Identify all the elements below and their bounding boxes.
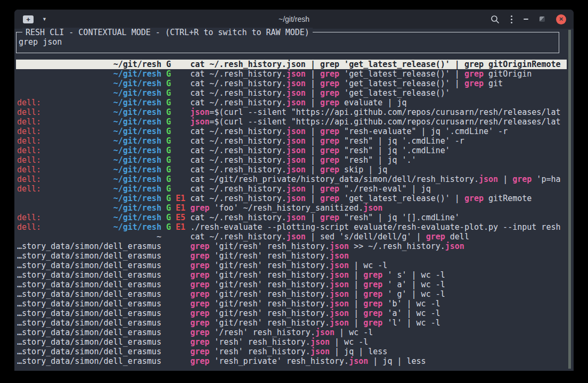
history-row[interactable]: dell: ~/git/resh G cat ~/.resh_history.j… bbox=[16, 146, 567, 155]
window-title: ~/git/resh bbox=[279, 15, 309, 23]
history-row[interactable]: …story_data/simon/dell_erasmus grep 'git… bbox=[16, 242, 567, 251]
titlebar: + ▼ ~/git/resh × bbox=[14, 10, 574, 29]
terminal-content: RESH CLI - CONTEXTUAL MODE - (CTRL+R to … bbox=[14, 29, 574, 371]
history-row[interactable]: dell: ~/git/resh G cat ~/.resh_history.j… bbox=[16, 98, 567, 107]
history-row[interactable]: …story_data/simon/dell_erasmus grep 'git… bbox=[16, 261, 567, 270]
terminal-window: + ▼ ~/git/resh × RESH CLI - CONTEXTUAL M… bbox=[14, 10, 574, 371]
history-row-selected[interactable]: ~/git/resh G cat ~/.resh_history.json | … bbox=[16, 60, 567, 69]
history-row[interactable]: …story_data/simon/dell_erasmus grep 'git… bbox=[16, 280, 567, 289]
history-row[interactable]: ~ cat ~/.resh_history.json | sed 's/dell… bbox=[16, 232, 567, 242]
search-icon[interactable] bbox=[491, 15, 500, 24]
resh-mode-header: RESH CLI - CONTEXTUAL MODE - (CTRL+R to … bbox=[22, 28, 313, 37]
history-row[interactable]: …story_data/simon/dell_erasmus grep 'git… bbox=[16, 251, 567, 261]
history-row[interactable]: dell: ~/git/resh G cat ~/.resh_history.j… bbox=[16, 165, 567, 174]
history-row[interactable]: …story_data/simon/dell_erasmus grep 'res… bbox=[16, 347, 567, 356]
history-row[interactable]: …story_data/simon/dell_erasmus grep 'git… bbox=[16, 299, 567, 309]
history-row[interactable]: dell: ~/git/resh G json=$(curl --silent … bbox=[16, 107, 567, 117]
history-row[interactable]: …story_data/simon/dell_erasmus grep 'git… bbox=[16, 270, 567, 280]
history-row[interactable]: dell: ~/git/resh G cat ~/.resh_history.j… bbox=[16, 136, 567, 146]
history-row[interactable]: dell: ~/git/resh G cat ~/.resh_history.j… bbox=[16, 127, 567, 136]
menu-kebab-icon[interactable] bbox=[511, 15, 512, 23]
history-row[interactable]: ~/git/resh G cat ~/.resh_history.json | … bbox=[16, 69, 567, 79]
history-row[interactable]: …story_data/simon/dell_erasmus grep 'git… bbox=[16, 289, 567, 299]
history-row[interactable]: dell: ~/git/resh G cat ~/.resh_history.j… bbox=[16, 184, 567, 194]
new-tab-icon[interactable]: + bbox=[23, 15, 34, 23]
resh-query-box: RESH CLI - CONTEXTUAL MODE - (CTRL+R to … bbox=[16, 32, 559, 53]
history-row[interactable]: …story_data/simon/dell_erasmus grep 'git… bbox=[16, 309, 567, 318]
history-row[interactable]: dell: ~/git/resh G E1 ./resh-evaluate --… bbox=[16, 222, 567, 232]
history-row[interactable]: ~/git/resh G cat ~/.resh_history.json | … bbox=[16, 79, 567, 88]
history-row[interactable]: dell: ~/git/resh G cat ~/git/resh_privat… bbox=[16, 174, 567, 184]
chevron-down-icon[interactable]: ▼ bbox=[42, 17, 47, 22]
history-row[interactable]: dell: ~/git/resh G json=$(curl --silent … bbox=[16, 117, 567, 127]
history-row[interactable]: ~/git/resh G E1 cat ~/.resh_history.json… bbox=[16, 194, 567, 203]
history-row[interactable]: …story_data/simon/dell_erasmus grep 'res… bbox=[16, 356, 567, 366]
history-row[interactable]: ~/git/resh G E1 grep 'foo' ~/resh_histor… bbox=[16, 203, 567, 213]
history-row[interactable]: dell: ~/git/resh G cat ~/.resh_history.j… bbox=[16, 155, 567, 165]
history-row[interactable]: dell: ~/git/resh G E5 cat ~/.resh_histor… bbox=[16, 213, 567, 222]
history-row[interactable]: …story_data/simon/dell_erasmus grep 'git… bbox=[16, 318, 567, 328]
close-icon: × bbox=[559, 15, 564, 22]
history-list: ~/git/resh G cat ~/.resh_history.json | … bbox=[16, 60, 567, 366]
history-row[interactable]: …story_data/simon/dell_erasmus grep 'res… bbox=[16, 337, 567, 347]
scrollbar[interactable] bbox=[568, 30, 571, 369]
restore-button[interactable] bbox=[540, 16, 545, 22]
minimize-button[interactable] bbox=[524, 19, 528, 20]
close-button[interactable]: × bbox=[556, 14, 566, 24]
history-row[interactable]: …story_data/simon/dell_erasmus grep '/re… bbox=[16, 328, 567, 337]
history-row[interactable]: ~/git/resh G cat ~/.resh_history.json | … bbox=[16, 88, 567, 98]
